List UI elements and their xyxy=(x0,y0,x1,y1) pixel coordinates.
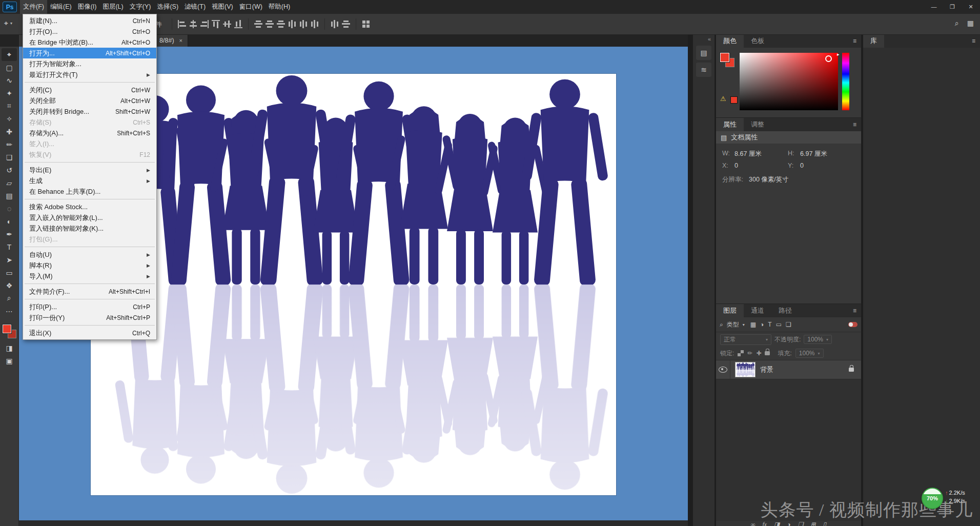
file-menu-item[interactable]: 在 Bridge 中浏览(B)... Alt+Ctrl+O xyxy=(23,37,156,48)
panel-menu-icon[interactable]: ≡ xyxy=(848,118,861,131)
distribute-bottom-edges-icon[interactable] xyxy=(277,20,285,28)
tool-preset-picker[interactable]: ⌖ ▾ xyxy=(4,19,12,28)
link-layers-icon[interactable]: ∞ xyxy=(751,521,756,526)
quick-mask-tool[interactable]: ◨ xyxy=(2,341,17,354)
search-icon[interactable]: ⌕ xyxy=(955,19,959,28)
marquee-tool[interactable]: ▢ xyxy=(2,61,17,74)
tab-properties[interactable]: 属性 xyxy=(716,118,744,131)
file-menu-item[interactable]: 退出(X) Ctrl+Q xyxy=(23,328,156,338)
file-menu-item[interactable]: 恢复(V) F12 xyxy=(23,149,156,160)
lock-all-icon[interactable] xyxy=(765,351,770,355)
eraser-tool[interactable]: ▱ xyxy=(2,176,17,189)
file-menu-item[interactable]: 打印一份(Y) Alt+Shift+Ctrl+P xyxy=(23,312,156,323)
panel-menu-icon[interactable]: ≡ xyxy=(967,34,980,48)
file-menu-item[interactable]: 存储(S) Ctrl+S xyxy=(23,117,156,128)
align-vertical-centers-icon[interactable] xyxy=(223,20,231,28)
file-menu-item[interactable]: 脚本(R) ▶ xyxy=(23,260,156,271)
distribute-vertical-centers-icon[interactable] xyxy=(266,20,274,28)
distribute-top-edges-icon[interactable] xyxy=(254,20,262,28)
layer-name[interactable]: 背景 xyxy=(760,365,773,374)
menubar-item[interactable]: 文件(F) xyxy=(20,0,47,14)
quick-selection-tool[interactable]: ✦ xyxy=(2,87,17,99)
file-menu-item[interactable]: 在 Behance 上共享(D)... xyxy=(23,186,156,197)
foreground-color-swatch[interactable] xyxy=(720,53,729,62)
color-picker-ring[interactable] xyxy=(825,55,832,62)
zoom-tool[interactable]: ⌕ xyxy=(2,292,17,305)
fill-select[interactable]: 100% ▾ xyxy=(795,349,824,358)
file-menu-item[interactable]: 打包(G)... xyxy=(23,234,156,245)
panel-menu-icon[interactable]: ≡ xyxy=(848,304,861,317)
distribute-spacing-horizontal-icon[interactable] xyxy=(331,20,339,28)
collapsed-panel-waves-icon[interactable]: ≋ xyxy=(696,63,711,77)
tab-layers[interactable]: 图层 xyxy=(716,304,744,317)
menubar-item[interactable]: 帮助(H) xyxy=(266,0,293,14)
menubar-item[interactable]: 文字(Y) xyxy=(127,0,154,14)
file-menu-item[interactable]: 打印(P)... Ctrl+P xyxy=(23,301,156,312)
file-menu-item[interactable]: 导入(M) ▶ xyxy=(23,271,156,281)
shape-tool[interactable]: ▭ xyxy=(2,266,17,279)
shape-filter-icon[interactable]: ▭ xyxy=(776,321,782,328)
layer-visibility-toggle[interactable] xyxy=(716,360,730,379)
maximize-button[interactable]: ❐ xyxy=(943,0,962,14)
smart-object-filter-icon[interactable]: ❏ xyxy=(786,321,791,328)
eyedropper-tool[interactable]: ✧ xyxy=(2,112,17,125)
file-menu-item[interactable]: 打开为... Alt+Shift+Ctrl+O xyxy=(23,48,156,58)
file-menu-item[interactable]: 导出(E) ▶ xyxy=(23,165,156,175)
menubar-item[interactable]: 窗口(W) xyxy=(236,0,266,14)
move-tool[interactable]: ⌖ xyxy=(2,48,17,61)
file-menu-item[interactable]: 生成 ▶ xyxy=(23,175,156,186)
distribute-spacing-vertical-icon[interactable] xyxy=(342,20,350,28)
align-bottom-edges-icon[interactable] xyxy=(234,20,242,28)
menubar-item[interactable]: 视图(V) xyxy=(209,0,236,14)
menubar-item[interactable]: 滤镜(T) xyxy=(181,0,209,14)
distribute-right-edges-icon[interactable] xyxy=(311,20,319,28)
path-selection-tool[interactable]: ➤ xyxy=(2,253,17,266)
file-menu-item[interactable]: 签入(I)... xyxy=(23,138,156,149)
hand-tool[interactable]: ❖ xyxy=(2,279,17,292)
tab-channels[interactable]: 通道 xyxy=(744,304,771,317)
file-menu-item[interactable]: 置入链接的智能对象(K)... xyxy=(23,223,156,234)
file-menu-item[interactable]: 关闭(C) Ctrl+W xyxy=(23,85,156,95)
align-horizontal-centers-icon[interactable] xyxy=(189,20,197,28)
lock-transparency-icon[interactable] xyxy=(738,350,744,356)
file-menu-item[interactable]: 文件简介(F)... Alt+Shift+Ctrl+I xyxy=(23,286,156,297)
file-menu-item[interactable]: 新建(N)... Ctrl+N xyxy=(23,15,156,26)
file-menu-item[interactable]: 最近打开文件(T) ▶ xyxy=(23,69,156,80)
type-tool[interactable]: T xyxy=(2,240,17,253)
file-menu-item[interactable]: 搜索 Adobe Stock... xyxy=(23,201,156,212)
adjustment-filter-icon[interactable]: ◑ xyxy=(760,321,764,328)
file-menu-item[interactable]: 置入嵌入的智能对象(L)... xyxy=(23,212,156,223)
opacity-select[interactable]: 100% ▾ xyxy=(804,335,832,344)
blur-tool[interactable]: ◌ xyxy=(2,202,17,215)
distribute-horizontal-centers-icon[interactable] xyxy=(299,20,308,28)
dodge-tool[interactable]: ◐ xyxy=(2,215,17,228)
align-left-edges-icon[interactable] xyxy=(178,20,186,28)
file-menu-item[interactable]: 自动(U) ▶ xyxy=(23,249,156,260)
history-brush-tool[interactable]: ↺ xyxy=(2,164,17,176)
file-menu-item[interactable]: 打开(O)... Ctrl+O xyxy=(23,26,156,37)
file-menu-item[interactable]: 关闭全部 Alt+Ctrl+W xyxy=(23,95,156,106)
foreground-color-swatch[interactable] xyxy=(3,325,11,333)
color-swatch-control[interactable] xyxy=(3,325,16,338)
brush-tool[interactable]: ✏ xyxy=(2,138,17,151)
panel-menu-icon[interactable]: ≡ xyxy=(848,34,861,48)
close-button[interactable]: ✕ xyxy=(962,0,980,14)
lasso-tool[interactable]: ∿ xyxy=(2,74,17,87)
layer-thumbnail[interactable] xyxy=(735,362,756,377)
collapsed-panel-board-icon[interactable]: ▤ xyxy=(696,46,711,60)
tab-color[interactable]: 颜色 xyxy=(716,34,744,48)
healing-brush-tool[interactable]: ✚ xyxy=(2,125,17,138)
gamut-warning-icon[interactable]: ⚠ xyxy=(720,95,726,103)
gamut-color-swatch[interactable] xyxy=(730,96,738,104)
layer-row[interactable]: 背景 xyxy=(716,360,861,379)
tab-paths[interactable]: 路径 xyxy=(771,304,799,317)
speedball-badge[interactable]: 70% xyxy=(922,488,943,509)
menubar-item[interactable]: 图像(I) xyxy=(75,0,100,14)
crop-tool[interactable]: ⌗ xyxy=(2,99,17,112)
align-top-edges-icon[interactable] xyxy=(212,20,220,28)
file-menu-item[interactable]: 打开为智能对象... xyxy=(23,58,156,69)
menubar-item[interactable]: 图层(L) xyxy=(99,0,126,14)
gradient-tool[interactable]: ▤ xyxy=(2,189,17,202)
pixel-filter-icon[interactable]: ▦ xyxy=(750,321,756,328)
pen-tool[interactable]: ✒ xyxy=(2,228,17,240)
